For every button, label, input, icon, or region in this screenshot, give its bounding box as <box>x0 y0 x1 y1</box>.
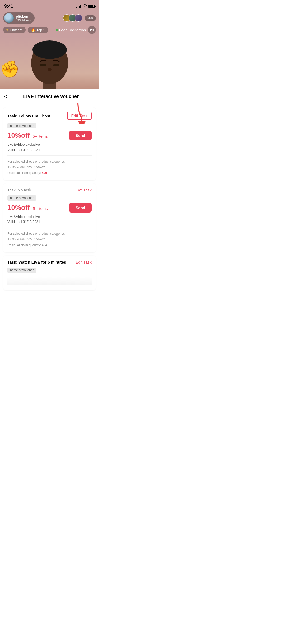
avatar <box>4 13 14 23</box>
page-title: LIVE interactive voucher <box>7 94 95 99</box>
top-label: Top 1 <box>37 28 45 32</box>
fire-icon: 🔥 <box>31 28 35 32</box>
user-details: pitt.kun 9999M likes <box>16 15 31 22</box>
voucher-card-2: Task: No task Set Task name of voucher 1… <box>3 183 96 252</box>
id-text-1: ID:7042669883225556742 <box>7 165 92 171</box>
likes-count: 9999M likes <box>16 19 31 22</box>
viewer-row: 888 <box>63 14 96 22</box>
residual-value-1: 499 <box>42 171 47 175</box>
card-3-header: Task: Watch LIVE for 5 minutes Edit Task <box>7 260 92 264</box>
voucher-card-1: Task: Follow LIVE host Edit Task name of… <box>3 107 96 180</box>
card-2-task-title: Task: No task <box>7 188 31 192</box>
viewer-avatar-3 <box>75 14 82 22</box>
svg-point-2 <box>32 40 67 59</box>
divider-1 <box>7 155 92 156</box>
home-icon-btn[interactable]: › <box>88 26 96 34</box>
discount-text-2: 10%off <box>7 204 30 211</box>
subtitle-line1-1: Live&Video exclusive <box>7 142 92 147</box>
page-header: < LIVE interactive voucher <box>0 89 99 104</box>
send-button-2[interactable]: Send <box>69 203 92 213</box>
discount-info-2: 10%off 5+ items <box>7 204 48 212</box>
edit-task-button-1[interactable]: Edit Task <box>67 112 92 120</box>
home-icon <box>89 28 93 32</box>
voucher-main-row-1: 10%off 5+ items Send <box>7 131 92 140</box>
card-3-fade <box>7 277 92 285</box>
edit-task-button-3[interactable]: Edit Task <box>76 260 92 264</box>
discount-info-1: 10%off 5+ items <box>7 131 48 140</box>
voucher-name-badge-3: name of voucher <box>7 268 36 273</box>
svg-point-3 <box>40 64 46 66</box>
wifi-icon <box>83 4 87 8</box>
signal-icon <box>76 5 81 8</box>
viewer-count-badge: 888 <box>85 15 96 21</box>
set-task-button-2[interactable]: Set Task <box>77 188 92 192</box>
cards-container: Task: Follow LIVE host Edit Task name of… <box>0 104 99 293</box>
divider-2 <box>7 228 92 228</box>
status-icons <box>76 4 95 8</box>
voucher-details-1: For selected shops or product categories… <box>7 159 92 176</box>
svg-point-5 <box>48 68 52 71</box>
voucher-card-3: Task: Watch LIVE for 5 minutes Edit Task… <box>3 256 96 290</box>
back-button[interactable]: < <box>4 94 7 100</box>
id-text-2: ID:7042669883225556742 <box>7 237 92 242</box>
live-header: pitt.kun 9999M likes 888 # Chitchat <box>0 11 99 36</box>
tag-top[interactable]: 🔥 Top 1 <box>28 27 48 33</box>
tag-chitchat[interactable]: # Chitchat <box>3 27 26 33</box>
svg-point-4 <box>53 64 59 66</box>
for-text-2: For selected shops or product categories <box>7 231 92 237</box>
chitchat-label: Chitchat <box>10 28 22 32</box>
connection-label: Good Connection <box>59 28 86 32</box>
connection-dot <box>56 29 58 31</box>
voucher-details-2: For selected shops or product categories… <box>7 231 92 248</box>
subtitle-line2-2: Valid until 31/12/2021 <box>7 219 92 224</box>
battery-icon <box>88 5 95 8</box>
hashtag-icon: # <box>6 28 8 32</box>
subtitle-line1-2: Live&Video exclusive <box>7 214 92 219</box>
tags-row: # Chitchat 🔥 Top 1 Good Connection › <box>3 26 96 34</box>
residual-2: Residual claim quantity: 434 <box>7 242 92 248</box>
status-time: 9:41 <box>4 4 13 9</box>
voucher-subtitle-1: Live&Video exclusive Valid until 31/12/2… <box>7 142 92 152</box>
person-head <box>29 36 71 89</box>
voucher-name-badge-2: name of voucher <box>7 195 36 201</box>
discount-condition-1: 5+ items <box>33 134 48 139</box>
card-3-task-title: Task: Watch LIVE for 5 minutes <box>7 260 66 264</box>
user-pill[interactable]: pitt.kun 9999M likes <box>3 12 35 24</box>
card-1-header: Task: Follow LIVE host Edit Task <box>7 112 92 120</box>
user-info-row: pitt.kun 9999M likes 888 <box>3 12 96 24</box>
voucher-name-badge-1: name of voucher <box>7 123 36 128</box>
subtitle-line2-1: Valid until 31/12/2021 <box>7 147 92 153</box>
username: pitt.kun <box>16 15 31 19</box>
status-bar: 9:41 <box>0 0 99 11</box>
discount-condition-2: 5+ items <box>33 206 48 211</box>
live-video: ✊ <box>0 36 99 89</box>
voucher-subtitle-2: Live&Video exclusive Valid until 31/12/2… <box>7 214 92 224</box>
send-button-1[interactable]: Send <box>69 131 92 140</box>
card-2-header: Task: No task Set Task <box>7 188 92 192</box>
card-1-task-title: Task: Follow LIVE host <box>7 114 50 118</box>
for-text-1: For selected shops or product categories <box>7 159 92 165</box>
discount-text-1: 10%off <box>7 131 30 139</box>
fist-left: ✊ <box>0 58 21 80</box>
viewer-avatars <box>63 14 82 22</box>
residual-1: Residual claim quantity: 499 <box>7 170 92 176</box>
connection-badge: Good Connection <box>56 28 86 32</box>
voucher-main-row-2: 10%off 5+ items Send <box>7 203 92 213</box>
